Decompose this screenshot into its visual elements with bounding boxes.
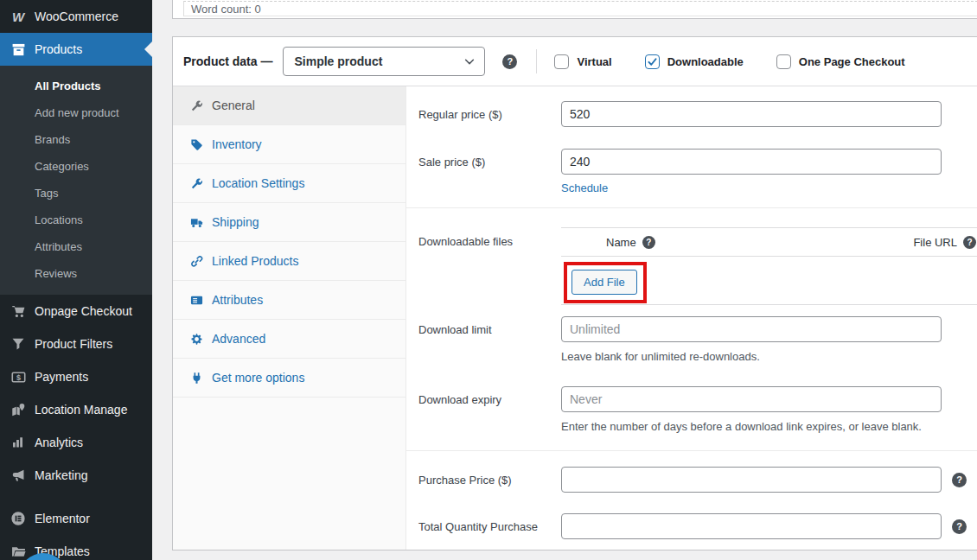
wrench-icon <box>189 99 203 112</box>
truck-icon <box>189 215 203 229</box>
sidebar-item-elementor[interactable]: Elementor <box>0 502 152 535</box>
virtual-checkbox[interactable] <box>554 54 569 69</box>
sidebar-item-woocommerce[interactable]: W WooCommerce <box>0 0 152 33</box>
sidebar-item-label: Payments <box>35 370 88 384</box>
form-icon <box>189 293 203 307</box>
schedule-link[interactable]: Schedule <box>561 181 608 194</box>
total-quantity-purchase-label: Total Quantity Purchase <box>406 520 561 533</box>
product-type-select[interactable]: Simple product <box>283 47 485 76</box>
panel-title: Product data — <box>183 54 272 68</box>
checkmark-icon <box>647 56 658 67</box>
sidebar-item-add-new-product[interactable]: Add new product <box>0 99 152 126</box>
tab-linked-products[interactable]: Linked Products <box>173 242 405 281</box>
add-file-button[interactable]: Add File <box>572 270 637 295</box>
sidebar-item-label: WooCommerce <box>35 10 118 23</box>
file-url-column-label: File URL <box>913 236 957 249</box>
sidebar-item-label: Location Manage <box>35 403 127 417</box>
sidebar-item-templates[interactable]: Templates <box>0 535 152 560</box>
regular-price-label: Regular price ($) <box>406 108 561 121</box>
total-quantity-purchase-help-icon[interactable]: ? <box>952 519 967 534</box>
tab-label: Get more options <box>212 371 304 385</box>
name-help-icon[interactable]: ? <box>642 236 655 249</box>
gear-icon <box>189 332 203 346</box>
products-submenu: All Products Add new product Brands Cate… <box>0 66 152 295</box>
files-table-footer: Add File <box>561 257 977 305</box>
bar-chart-icon <box>10 434 27 451</box>
sidebar-item-label: Products <box>35 42 82 56</box>
download-expiry-row: Download expiry <box>406 386 977 412</box>
product-data-panel: Product data — Simple product ? Virtual <box>172 36 977 550</box>
elementor-icon <box>10 510 27 527</box>
sidebar-item-tags[interactable]: Tags <box>0 180 152 207</box>
regular-price-input[interactable] <box>561 101 942 127</box>
chevron-down-icon <box>463 55 476 67</box>
sidebar-item-reviews[interactable]: Reviews <box>0 260 152 287</box>
product-type-help-icon[interactable]: ? <box>502 54 517 69</box>
tab-advanced[interactable]: Advanced <box>173 320 405 359</box>
sidebar-item-label: Product Filters <box>35 337 112 351</box>
tab-label: General <box>212 99 255 112</box>
column-name: Name ? <box>561 236 655 249</box>
tab-label: Advanced <box>212 332 265 346</box>
link-icon <box>189 254 203 268</box>
purchase-group: Purchase Price ($) ? Total Quantity Purc… <box>406 451 977 539</box>
sidebar-item-categories[interactable]: Categories <box>0 153 152 180</box>
sidebar-item-onpage-checkout[interactable]: Onpage Checkout <box>0 295 152 328</box>
funnel-icon <box>10 335 27 353</box>
payments-icon: $ <box>10 368 27 385</box>
sidebar-item-product-filters[interactable]: Product Filters <box>0 328 152 360</box>
header-divider <box>536 49 537 73</box>
total-quantity-purchase-input[interactable] <box>561 513 942 539</box>
product-data-body: General Inventory Location Settings <box>173 86 977 550</box>
file-url-help-icon[interactable]: ? <box>963 236 976 249</box>
sidebar-item-locations[interactable]: Locations <box>0 207 152 233</box>
one-page-checkout-checkbox-group[interactable]: One Page Checkout <box>776 54 905 69</box>
folder-icon <box>10 543 27 560</box>
sidebar-item-label: Marketing <box>35 468 87 482</box>
sidebar-item-analytics[interactable]: Analytics <box>0 426 152 459</box>
editor-postbox-bottom: Word count: 0 <box>172 0 977 19</box>
product-data-header: Product data — Simple product ? Virtual <box>173 37 977 86</box>
word-count-text: Word count: 0 <box>191 3 261 16</box>
admin-sidebar: W WooCommerce Products All Products Add … <box>0 0 152 560</box>
sidebar-item-location-manage[interactable]: Location Manage <box>0 393 152 426</box>
virtual-checkbox-group[interactable]: Virtual <box>554 54 611 69</box>
one-page-checkout-checkbox[interactable] <box>776 54 791 69</box>
downloadable-checkbox[interactable] <box>645 54 660 69</box>
purchase-price-input[interactable] <box>561 467 942 493</box>
purchase-price-help-icon[interactable]: ? <box>952 473 967 487</box>
sidebar-item-attributes[interactable]: Attributes <box>0 233 152 260</box>
tab-general-content: Regular price ($) Sale price ($) Schedul… <box>406 86 977 550</box>
sidebar-item-brands[interactable]: Brands <box>0 126 152 153</box>
pricing-group: Regular price ($) Sale price ($) Schedul… <box>406 86 977 208</box>
tab-shipping[interactable]: Shipping <box>173 203 405 242</box>
download-limit-input[interactable] <box>561 316 942 342</box>
sidebar-item-marketing[interactable]: Marketing <box>0 459 152 492</box>
woocommerce-logo-icon: W <box>10 8 27 25</box>
total-quantity-purchase-row: Total Quantity Purchase ? <box>406 513 977 539</box>
word-count-bar: Word count: 0 <box>183 1 977 16</box>
downloadable-checkbox-group[interactable]: Downloadable <box>645 54 744 69</box>
download-expiry-description: Enter the number of days before a downlo… <box>561 420 977 450</box>
tab-location-settings[interactable]: Location Settings <box>173 164 405 203</box>
tab-general[interactable]: General <box>173 86 405 125</box>
purchase-price-row: Purchase Price ($) ? <box>406 467 977 493</box>
sale-price-label: Sale price ($) <box>406 156 561 169</box>
downloadable-files-table: Name ? File URL ? Add File <box>561 227 977 305</box>
current-menu-arrow <box>144 41 152 57</box>
one-page-checkout-label: One Page Checkout <box>799 55 905 68</box>
download-limit-row: Download limit <box>406 316 977 342</box>
download-limit-label: Download limit <box>406 323 561 336</box>
download-expiry-input[interactable] <box>561 386 942 412</box>
files-table-header: Name ? File URL ? <box>561 227 977 257</box>
tab-get-more-options[interactable]: Get more options <box>173 359 405 398</box>
downloadable-group: Downloadable files Name ? File URL ? <box>406 208 977 451</box>
tab-attributes[interactable]: Attributes <box>173 281 405 320</box>
tab-inventory[interactable]: Inventory <box>173 125 405 164</box>
regular-price-row: Regular price ($) <box>406 101 977 127</box>
sidebar-item-all-products[interactable]: All Products <box>0 73 152 99</box>
downloadable-files-label: Downloadable files <box>406 227 561 248</box>
sidebar-item-payments[interactable]: $ Payments <box>0 360 152 393</box>
sale-price-input[interactable] <box>561 149 942 175</box>
sidebar-item-products[interactable]: Products <box>0 33 152 66</box>
